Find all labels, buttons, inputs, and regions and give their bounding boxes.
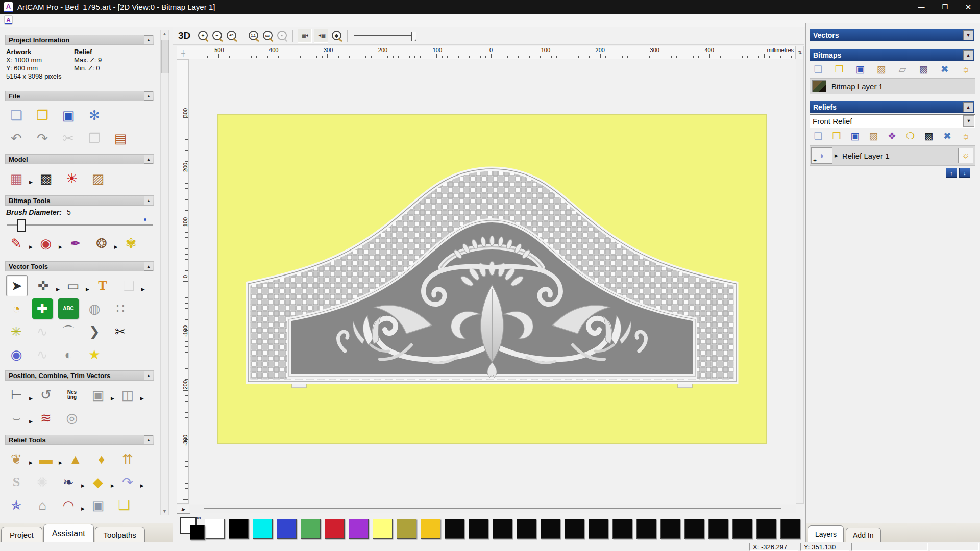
- toggle-bitmap-visibility-button[interactable]: ▦➧: [298, 29, 312, 43]
- toggle-all-relief-visibility-icon[interactable]: ☼: [959, 129, 972, 142]
- bitmap-to-vector-icon[interactable]: ✾: [121, 233, 141, 254]
- weld-vectors-icon[interactable]: ◫: [117, 385, 138, 405]
- flyout-arrow-icon[interactable]: ▶: [111, 396, 114, 401]
- colour-swatch[interactable]: [301, 519, 321, 539]
- texture-flow-icon[interactable]: ◆: [88, 472, 108, 492]
- ruler-toggle-icon[interactable]: ⇅: [796, 46, 803, 59]
- bitmaps-header[interactable]: Bitmaps ▲: [810, 49, 974, 61]
- open-model-icon[interactable]: ❐: [32, 105, 53, 126]
- flyout-arrow-icon[interactable]: ▶: [29, 419, 33, 424]
- measure-tool-icon[interactable]: ◔: [6, 298, 27, 319]
- flyout-arrow-icon[interactable]: ▶: [29, 244, 33, 249]
- two-rail-sweep-icon[interactable]: ♦: [91, 449, 112, 469]
- relief-preview-button-icon[interactable]: ◆: [330, 29, 343, 42]
- paint-brush-icon[interactable]: ✎: [6, 233, 27, 254]
- brush-diameter-slider[interactable]: [7, 224, 153, 226]
- select-vectors-icon[interactable]: ➤: [6, 275, 28, 296]
- flyout-arrow-icon[interactable]: ▶: [56, 287, 60, 292]
- tab-toolpaths[interactable]: Toolpaths: [95, 527, 145, 542]
- create-shape-icon[interactable]: ▬: [36, 449, 56, 469]
- relief-preview-page-icon[interactable]: ❍: [904, 129, 917, 142]
- canvas-vertical-scrollbar[interactable]: ⇅: [796, 46, 804, 504]
- texture-relief-icon[interactable]: ✯: [6, 495, 27, 515]
- reliefs-header[interactable]: Reliefs ▲: [810, 101, 974, 113]
- ruler-origin-icon[interactable]: ┼: [177, 46, 190, 60]
- set-model-size-icon[interactable]: ▦: [6, 168, 27, 189]
- flyout-arrow-icon[interactable]: ▶: [81, 483, 85, 488]
- secondary-colour-swatch[interactable]: [190, 525, 205, 540]
- offset-relief-icon[interactable]: ↷: [117, 472, 138, 492]
- save-model-icon[interactable]: ▣: [58, 105, 79, 126]
- collapse-icon[interactable]: ▲: [963, 102, 973, 112]
- colour-swatch[interactable]: [397, 519, 416, 539]
- save-bitmap-layer-icon[interactable]: ▣: [854, 62, 867, 76]
- pan-view-icon[interactable]: :▶: [177, 505, 190, 514]
- relief-artwork[interactable]: [217, 114, 767, 444]
- colour-swatch[interactable]: [253, 519, 273, 539]
- contrast-slider[interactable]: [354, 31, 420, 41]
- bitmap-layer-row[interactable]: Bitmap Layer 1: [810, 78, 975, 94]
- paste-icon[interactable]: ▤: [110, 128, 131, 148]
- create-dome-icon[interactable]: ◉: [6, 344, 27, 365]
- create-rectangle-icon[interactable]: ▭: [63, 276, 83, 296]
- create-polyline-icon[interactable]: ✚: [32, 298, 53, 319]
- section-header-file[interactable]: File ▲: [5, 91, 154, 101]
- chevron-down-icon[interactable]: ▼: [963, 115, 974, 127]
- mirror-vectors-icon[interactable]: ◐: [58, 344, 79, 365]
- section-header-model[interactable]: Model ▲: [5, 154, 154, 164]
- relief-layer-row[interactable]: ◗+ ▶ Relief Layer 1 ☼: [810, 145, 975, 166]
- section-header-position-combine-trim[interactable]: Position, Combine, Trim Vectors ▲: [5, 370, 154, 381]
- collapse-icon[interactable]: ▲: [144, 371, 153, 380]
- view-3d-button[interactable]: 3D: [178, 30, 190, 41]
- create-star-icon[interactable]: ★: [84, 344, 105, 365]
- create-mesh-icon[interactable]: ◍: [84, 298, 105, 319]
- collapse-icon[interactable]: ▲: [144, 196, 153, 205]
- colour-swatch[interactable]: [732, 519, 752, 539]
- colour-swatch[interactable]: [660, 519, 680, 539]
- new-model-icon[interactable]: ❏: [6, 105, 27, 126]
- colour-swatch[interactable]: [349, 519, 369, 539]
- tab-project[interactable]: Project: [1, 527, 42, 542]
- merge-bitmap-layer-icon[interactable]: ▨: [875, 62, 888, 76]
- tab-add-in[interactable]: Add In: [846, 528, 880, 542]
- greyscale-relief-view-icon[interactable]: ▩: [922, 129, 936, 142]
- zoom-fit-button-icon[interactable]: ▭: [261, 29, 274, 42]
- zoom-previous-button-icon[interactable]: ↶: [225, 29, 238, 42]
- tab-layers[interactable]: Layers: [808, 525, 844, 542]
- relief-clipart-icon[interactable]: ❦: [6, 449, 27, 469]
- zoom-out-button-icon[interactable]: −: [210, 29, 224, 42]
- nesting-icon[interactable]: Nes ting: [62, 385, 82, 405]
- colour-swatch[interactable]: [469, 519, 488, 539]
- flood-fill-icon[interactable]: ◉: [36, 233, 56, 254]
- flyout-arrow-icon[interactable]: ▶: [114, 244, 118, 249]
- collapse-icon[interactable]: ▲: [144, 435, 153, 444]
- extrude-relief-icon[interactable]: ⇈: [117, 449, 138, 469]
- combine-relief-layers-icon[interactable]: ❖: [886, 129, 899, 142]
- colour-swatch[interactable]: [565, 519, 584, 539]
- colour-swatch[interactable]: [277, 519, 297, 539]
- colour-swatch[interactable]: [325, 519, 345, 539]
- paste-text-block-icon[interactable]: ABC: [58, 298, 79, 319]
- move-layer-down-icon[interactable]: ↓: [959, 168, 970, 178]
- flyout-arrow-icon[interactable]: ▶: [29, 460, 33, 465]
- toggle-all-bitmap-visibility-icon[interactable]: ☼: [959, 62, 972, 76]
- flyout-arrow-icon[interactable]: ▶: [86, 287, 89, 292]
- scroll-down-icon[interactable]: ▼: [161, 507, 168, 515]
- toggle-vector-visibility-button[interactable]: ➧▦: [314, 29, 328, 43]
- colour-swatch[interactable]: [493, 519, 512, 539]
- flyout-arrow-icon[interactable]: ▶: [81, 506, 85, 511]
- trim-vectors-icon[interactable]: ✂: [110, 321, 131, 342]
- colour-swatch[interactable]: [445, 519, 464, 539]
- delete-relief-layer-icon[interactable]: ✖: [941, 129, 954, 142]
- colour-swatch[interactable]: [756, 519, 776, 539]
- flyout-arrow-icon[interactable]: ▶: [29, 396, 33, 401]
- scrollbar-thumb[interactable]: [204, 508, 781, 509]
- merge-relief-layer-icon[interactable]: ▨: [867, 129, 880, 142]
- flyout-arrow-icon[interactable]: ▶: [140, 483, 144, 488]
- flyout-arrow-icon[interactable]: ▶: [140, 396, 144, 401]
- bitmap-layer-name[interactable]: Bitmap Layer 1: [831, 82, 883, 91]
- join-vectors-icon[interactable]: ⌣: [6, 408, 27, 428]
- section-header-relief-tools[interactable]: Relief Tools ▲: [5, 435, 154, 445]
- relief-select-dropdown[interactable]: Front Relief ▼: [810, 114, 975, 128]
- canvas-viewport[interactable]: [189, 59, 796, 504]
